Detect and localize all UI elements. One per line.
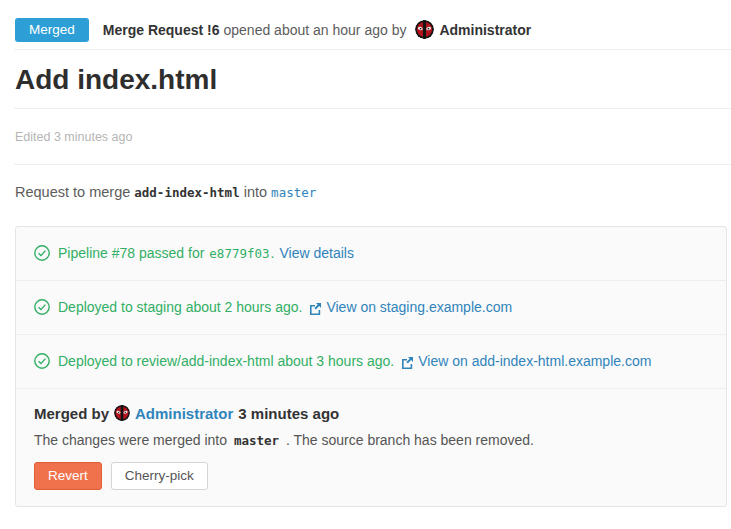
merged-by-section: Merged by Administrator 3 minutes ago Th… bbox=[16, 389, 726, 506]
review-deploy-text: Deployed to review/add-index-html about … bbox=[58, 353, 394, 369]
view-staging-link[interactable]: View on staging.example.com bbox=[326, 299, 512, 315]
deadpool-avatar-icon[interactable] bbox=[415, 20, 434, 39]
source-branch: add-index-html bbox=[134, 185, 239, 200]
merged-by-label: Merged by bbox=[34, 405, 109, 422]
review-deploy-row: Deployed to review/add-index-html about … bbox=[16, 335, 726, 389]
merged-body-text: The changes were merged into master . Th… bbox=[34, 432, 708, 448]
staging-deploy-row: Deployed to staging about 2 hours ago. V… bbox=[16, 281, 726, 335]
check-circle-icon bbox=[34, 353, 50, 369]
staging-deploy-text: Deployed to staging about 2 hours ago. bbox=[58, 299, 302, 315]
merged-body-prefix: The changes were merged into bbox=[34, 432, 227, 448]
cherry-pick-button[interactable]: Cherry-pick bbox=[111, 462, 208, 490]
target-branch-link[interactable]: master bbox=[271, 185, 316, 200]
pipeline-period: . bbox=[271, 245, 275, 261]
edited-divider bbox=[14, 164, 731, 165]
view-details-link[interactable]: View details bbox=[279, 245, 353, 261]
merged-actions: Revert Cherry-pick bbox=[34, 462, 708, 490]
merged-target-branch: master bbox=[234, 433, 279, 448]
request-to-merge-line: Request to merge add-index-html into mas… bbox=[15, 184, 731, 200]
merged-time: 3 minutes ago bbox=[238, 405, 339, 422]
request-middle: into bbox=[244, 184, 267, 200]
view-review-app-link[interactable]: View on add-index-html.example.com bbox=[418, 353, 651, 369]
revert-button[interactable]: Revert bbox=[34, 462, 102, 490]
edited-timestamp: Edited 3 minutes ago bbox=[15, 130, 731, 144]
header-divider bbox=[14, 49, 731, 50]
page-title: Add index.html bbox=[15, 63, 731, 97]
pipeline-commit-sha[interactable]: e8779f03 bbox=[209, 246, 269, 261]
external-link-icon bbox=[308, 302, 322, 316]
deadpool-avatar-icon[interactable] bbox=[114, 405, 130, 421]
mr-id-label: Merge Request !6 bbox=[103, 22, 220, 38]
merged-by-author-link[interactable]: Administrator bbox=[135, 405, 233, 422]
pipeline-status-text: Pipeline #78 passed for bbox=[58, 245, 204, 261]
mr-header: Merged Merge Request !6 opened about an … bbox=[15, 10, 731, 49]
mr-opened-text: opened about an hour ago by bbox=[223, 22, 406, 38]
merged-by-heading: Merged by Administrator 3 minutes ago bbox=[34, 405, 708, 422]
mr-widget: Pipeline #78 passed for e8779f03 . View … bbox=[15, 226, 727, 507]
title-divider bbox=[14, 108, 731, 109]
check-circle-icon bbox=[34, 245, 50, 261]
check-circle-icon bbox=[34, 299, 50, 315]
request-prefix: Request to merge bbox=[15, 184, 130, 200]
merged-body-suffix: . The source branch has been removed. bbox=[286, 432, 534, 448]
pipeline-status-row: Pipeline #78 passed for e8779f03 . View … bbox=[16, 227, 726, 281]
author-name[interactable]: Administrator bbox=[439, 22, 531, 38]
external-link-icon bbox=[400, 356, 414, 370]
status-badge: Merged bbox=[15, 18, 89, 42]
